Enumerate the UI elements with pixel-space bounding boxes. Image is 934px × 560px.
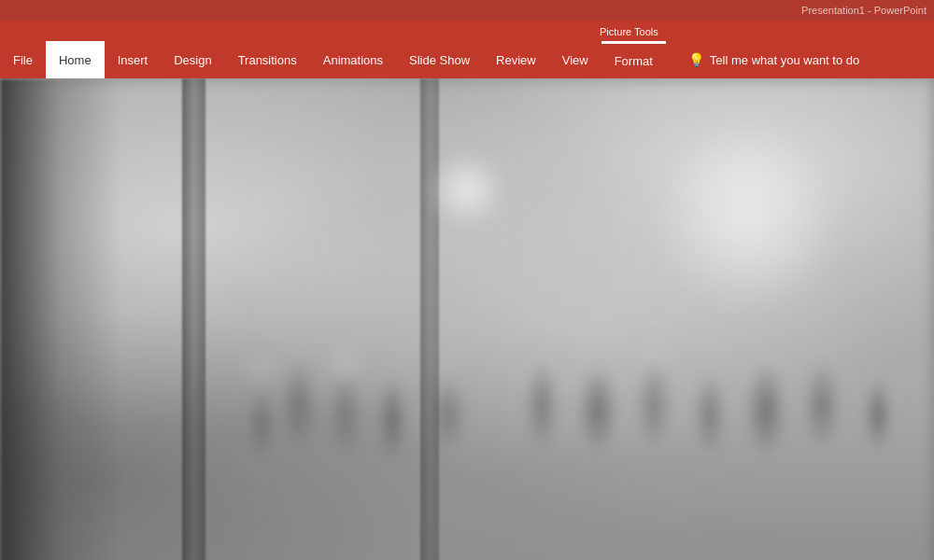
- tab-slideshow-label: Slide Show: [409, 53, 470, 67]
- tab-home[interactable]: Home: [46, 41, 105, 78]
- main-content: [0, 78, 934, 560]
- menu-bar: File Home Insert Design Transitions Anim…: [0, 41, 934, 78]
- picture-tools-context-label: Picture Tools: [588, 22, 670, 41]
- tab-review-label: Review: [496, 53, 536, 67]
- tab-animations-label: Animations: [323, 53, 383, 67]
- scene-overlay: [0, 78, 934, 560]
- tab-animations[interactable]: Animations: [310, 41, 396, 78]
- title-bar: Presentation1 - PowerPoint: [0, 0, 934, 21]
- tab-transitions[interactable]: Transitions: [225, 41, 310, 78]
- tab-format-label: Format: [615, 54, 653, 68]
- tab-design-label: Design: [174, 53, 211, 67]
- tab-file-label: File: [13, 53, 33, 67]
- context-tab-bar: Picture Tools: [0, 21, 934, 41]
- tab-view-label: View: [562, 53, 588, 67]
- tab-insert[interactable]: Insert: [105, 41, 162, 78]
- tab-file[interactable]: File: [0, 41, 46, 78]
- tab-home-label: Home: [59, 53, 92, 67]
- tab-review[interactable]: Review: [483, 41, 549, 78]
- document-title: Presentation1 - PowerPoint: [801, 5, 927, 16]
- tab-slideshow[interactable]: Slide Show: [396, 41, 483, 78]
- tab-transitions-label: Transitions: [238, 53, 297, 67]
- lightbulb-icon: 💡: [688, 52, 704, 67]
- ribbon: Picture Tools File Home Insert Design Tr…: [0, 21, 934, 78]
- tab-format[interactable]: Format: [601, 41, 666, 78]
- tab-design[interactable]: Design: [161, 41, 224, 78]
- tab-insert-label: Insert: [118, 53, 149, 67]
- tell-me-text: Tell me what you want to do: [710, 53, 859, 67]
- tell-me-section[interactable]: 💡 Tell me what you want to do: [675, 41, 872, 78]
- tab-view[interactable]: View: [549, 41, 601, 78]
